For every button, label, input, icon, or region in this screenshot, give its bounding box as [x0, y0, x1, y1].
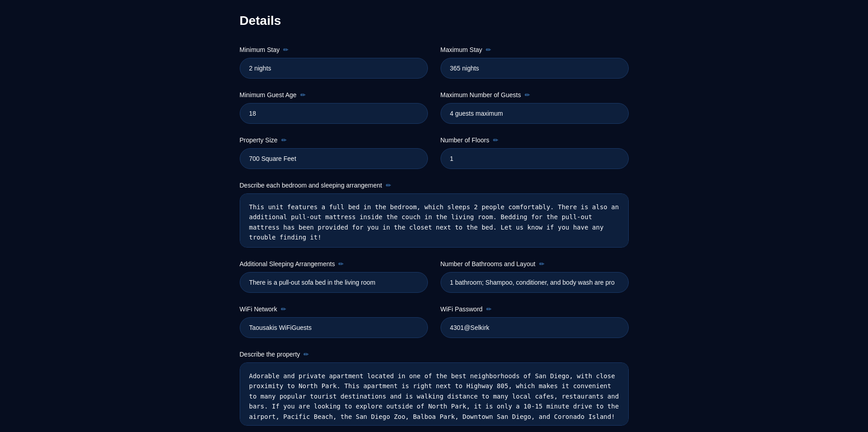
minimum-guest-age-edit-icon[interactable]: ✏	[300, 91, 306, 99]
wifi-password-label: WiFi Password ✏	[441, 305, 629, 313]
property-description-textarea[interactable]: Adorable and private apartment located i…	[240, 362, 629, 426]
minimum-stay-label: Minimum Stay ✏	[240, 46, 428, 53]
number-of-floors-group: Number of Floors ✏	[441, 136, 629, 169]
maximum-stay-group: Maximum Stay ✏	[441, 46, 629, 79]
wifi-password-input[interactable]	[441, 317, 629, 338]
property-description-label: Describe the property ✏	[240, 351, 629, 358]
property-size-edit-icon[interactable]: ✏	[281, 136, 287, 144]
minimum-stay-input[interactable]	[240, 58, 428, 79]
maximum-stay-input[interactable]	[441, 58, 629, 79]
maximum-guests-group: Maximum Number of Guests ✏	[441, 91, 629, 124]
bedroom-description-edit-icon[interactable]: ✏	[386, 182, 391, 189]
wifi-network-input[interactable]	[240, 317, 428, 338]
bedroom-description-group: Describe each bedroom and sleeping arran…	[240, 182, 629, 248]
number-of-floors-edit-icon[interactable]: ✏	[493, 136, 498, 144]
minimum-guest-age-input[interactable]	[240, 103, 428, 124]
bedroom-description-textarea[interactable]: This unit features a full bed in the bed…	[240, 193, 629, 248]
wifi-network-label: WiFi Network ✏	[240, 305, 428, 313]
minimum-stay-edit-icon[interactable]: ✏	[283, 46, 289, 53]
minimum-guest-age-group: Minimum Guest Age ✏	[240, 91, 428, 124]
property-size-input[interactable]	[240, 148, 428, 169]
bathrooms-edit-icon[interactable]: ✏	[539, 260, 545, 268]
property-size-group: Property Size ✏	[240, 136, 428, 169]
minimum-guest-age-label: Minimum Guest Age ✏	[240, 91, 428, 99]
bedroom-description-label: Describe each bedroom and sleeping arran…	[240, 182, 629, 189]
property-description-group: Describe the property ✏ Adorable and pri…	[240, 351, 629, 426]
additional-sleeping-group: Additional Sleeping Arrangements ✏	[240, 260, 428, 293]
maximum-stay-edit-icon[interactable]: ✏	[486, 46, 491, 53]
page-title: Details	[240, 14, 629, 28]
additional-sleeping-edit-icon[interactable]: ✏	[338, 260, 344, 268]
bathrooms-label: Number of Bathrooms and Layout ✏	[441, 260, 629, 268]
bathrooms-group: Number of Bathrooms and Layout ✏	[441, 260, 629, 293]
number-of-floors-label: Number of Floors ✏	[441, 136, 629, 144]
wifi-network-edit-icon[interactable]: ✏	[281, 305, 286, 313]
bathrooms-input[interactable]	[441, 272, 629, 293]
wifi-password-edit-icon[interactable]: ✏	[486, 305, 492, 313]
minimum-stay-group: Minimum Stay ✏	[240, 46, 428, 79]
number-of-floors-input[interactable]	[441, 148, 629, 169]
property-description-edit-icon[interactable]: ✏	[304, 351, 309, 358]
maximum-guests-edit-icon[interactable]: ✏	[525, 91, 530, 99]
additional-sleeping-input[interactable]	[240, 272, 428, 293]
wifi-password-group: WiFi Password ✏	[441, 305, 629, 338]
maximum-guests-label: Maximum Number of Guests ✏	[441, 91, 629, 99]
maximum-guests-input[interactable]	[441, 103, 629, 124]
additional-sleeping-label: Additional Sleeping Arrangements ✏	[240, 260, 428, 268]
property-size-label: Property Size ✏	[240, 136, 428, 144]
wifi-network-group: WiFi Network ✏	[240, 305, 428, 338]
maximum-stay-label: Maximum Stay ✏	[441, 46, 629, 53]
